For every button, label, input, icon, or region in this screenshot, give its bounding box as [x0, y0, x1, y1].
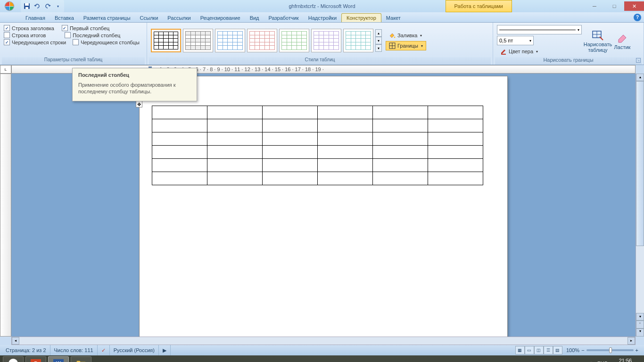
status-page[interactable]: Страница: 2 из 2 — [2, 345, 50, 355]
tray-clock[interactable]: 21:56 09.03.2016 — [612, 358, 638, 362]
folder-icon — [76, 360, 86, 362]
table-style-5[interactable] — [279, 29, 309, 52]
tab-insert[interactable]: Вставка — [50, 14, 79, 22]
borders-button[interactable]: Границы▾ — [386, 41, 426, 50]
tab-view[interactable]: Вид — [245, 14, 264, 22]
task-word[interactable]: W — [48, 356, 69, 362]
opt-first-column[interactable]: Первый столбец — [62, 25, 109, 31]
minimize-button[interactable]: ─ — [585, 1, 604, 11]
document-viewport[interactable]: ✥ — [11, 74, 636, 337]
statusbar: Страница: 2 из 2 Число слов: 111 ✓ Русск… — [0, 345, 644, 355]
task-explorer[interactable] — [71, 356, 91, 362]
window-title: ghfrnbxtcrfz - Microsoft Word — [289, 3, 355, 9]
svg-rect-2 — [25, 7, 28, 9]
tab-review[interactable]: Рецензирование — [196, 14, 245, 22]
status-language[interactable]: Русский (Россия) — [110, 345, 159, 355]
help-button[interactable]: ? — [634, 14, 641, 21]
tooltip-body: Применение особого форматирования к посл… — [78, 82, 191, 95]
status-proofing[interactable]: ✓ — [98, 345, 110, 355]
opt-banded-rows[interactable]: Чередующиеся строки — [4, 39, 66, 45]
opt-last-column[interactable]: Последний столбец — [65, 32, 120, 38]
eraser-button[interactable]: Ластик — [612, 24, 633, 57]
gallery-expand[interactable]: ▾ — [375, 44, 382, 52]
tab-layout[interactable]: Макет — [381, 14, 405, 22]
close-button[interactable]: ✕ — [624, 1, 644, 11]
status-words[interactable]: Число слов: 111 — [50, 345, 98, 355]
table-style-2[interactable] — [183, 29, 213, 52]
prev-page[interactable]: ◦ — [636, 321, 644, 329]
next-page[interactable]: ▾ — [636, 329, 644, 337]
table-style-4[interactable] — [247, 29, 277, 52]
office-logo-icon — [5, 1, 14, 11]
tab-addins[interactable]: Надстройки — [304, 14, 341, 22]
scroll-left[interactable]: ◂ — [12, 337, 19, 345]
view-outline[interactable]: ☰ — [544, 346, 553, 354]
tab-references[interactable]: Ссылки — [135, 14, 163, 22]
tab-developer[interactable]: Разработчик — [264, 14, 304, 22]
scroll-right[interactable]: ▸ — [627, 337, 635, 345]
shading-button[interactable]: Заливка▾ — [386, 31, 426, 40]
pen-color-button[interactable]: Цвет пера▾ — [497, 47, 582, 56]
table-style-6[interactable] — [311, 29, 341, 52]
gallery-scroll-down[interactable]: ▾ — [375, 37, 382, 44]
line-weight-select[interactable]: 0,5 пт▾ — [497, 36, 534, 45]
table-style-1[interactable] — [151, 29, 181, 52]
scroll-down[interactable]: ▾ — [636, 313, 644, 321]
draw-table-button[interactable]: Нарисовать таблицу — [584, 24, 612, 57]
horizontal-scrollbar[interactable]: ◂ ▸ — [11, 337, 636, 345]
zoom-in[interactable]: + — [636, 347, 638, 353]
tab-home[interactable]: Главная — [21, 14, 50, 22]
tooltip-title: Последний столбец — [78, 72, 191, 78]
pen-icon — [500, 48, 507, 55]
view-print-layout[interactable]: ▦ — [515, 346, 525, 354]
tab-selector[interactable]: L — [0, 65, 11, 74]
task-powerpoint[interactable]: P — [25, 356, 46, 362]
ribbon: Строка заголовка Первый столбец Строка и… — [0, 23, 644, 65]
redo-icon[interactable] — [43, 2, 52, 10]
eraser-icon — [616, 31, 629, 44]
svg-point-3 — [394, 37, 396, 38]
svg-rect-1 — [25, 3, 29, 6]
save-icon[interactable] — [23, 2, 31, 10]
status-macro[interactable]: ▶ — [159, 345, 171, 355]
office-button[interactable] — [1, 0, 18, 12]
table-style-7[interactable] — [343, 29, 373, 52]
table-style-3[interactable] — [215, 29, 245, 52]
view-full-screen[interactable]: ▭ — [525, 346, 534, 354]
table-move-handle[interactable]: ✥ — [136, 101, 142, 107]
contextual-tab-group-label: Работа с таблицами — [446, 0, 512, 12]
tray-battery-icon[interactable]: ▮ — [590, 361, 593, 362]
scroll-up[interactable]: ▴ — [636, 74, 644, 81]
opt-header-row[interactable]: Строка заголовка — [4, 25, 54, 31]
view-web[interactable]: ◫ — [534, 346, 544, 354]
opt-banded-columns[interactable]: Чередующиеся столбцы — [73, 39, 140, 45]
zoom-slider[interactable] — [586, 349, 634, 351]
tooltip: Последний столбец Применение особого фор… — [72, 68, 197, 101]
line-style-select[interactable]: ▾ — [497, 25, 582, 34]
view-draft[interactable]: ▤ — [553, 346, 562, 354]
vertical-ruler[interactable] — [0, 74, 11, 337]
tab-page-layout[interactable]: Разметка страницы — [79, 14, 135, 22]
tab-mailings[interactable]: Рассылки — [163, 14, 195, 22]
tray-show-hidden[interactable]: ▴ — [582, 361, 585, 362]
borders-icon — [389, 42, 396, 49]
paint-bucket-icon — [389, 32, 396, 39]
scroll-thumb[interactable] — [636, 81, 644, 246]
page: ✥ — [140, 76, 507, 337]
vertical-scrollbar[interactable]: ▴ ▾ ◦ ▾ — [636, 74, 644, 337]
opt-total-row[interactable]: Строка итогов — [4, 32, 46, 38]
maximize-button[interactable]: □ — [604, 1, 624, 11]
hscroll-row: ◂ ▸ — [0, 337, 644, 345]
taskbar: Y P W ▴ ▮ РУС 21:56 09.03.2016 — [0, 355, 644, 362]
qat-customize-icon[interactable]: ▾ — [54, 2, 62, 10]
svg-rect-7 — [501, 54, 506, 55]
zoom-out[interactable]: − — [581, 347, 584, 353]
gallery-scroll-up[interactable]: ▴ — [375, 29, 382, 37]
tab-design[interactable]: Конструктор — [341, 13, 381, 22]
task-yandex[interactable]: Y — [3, 356, 24, 362]
dialog-launcher[interactable]: ↘ — [636, 58, 641, 63]
undo-icon[interactable] — [33, 2, 41, 10]
zoom-level[interactable]: 100% — [566, 347, 579, 353]
ribbon-tabs: Главная Вставка Разметка страницы Ссылки… — [0, 12, 644, 23]
document-table[interactable] — [152, 106, 483, 185]
